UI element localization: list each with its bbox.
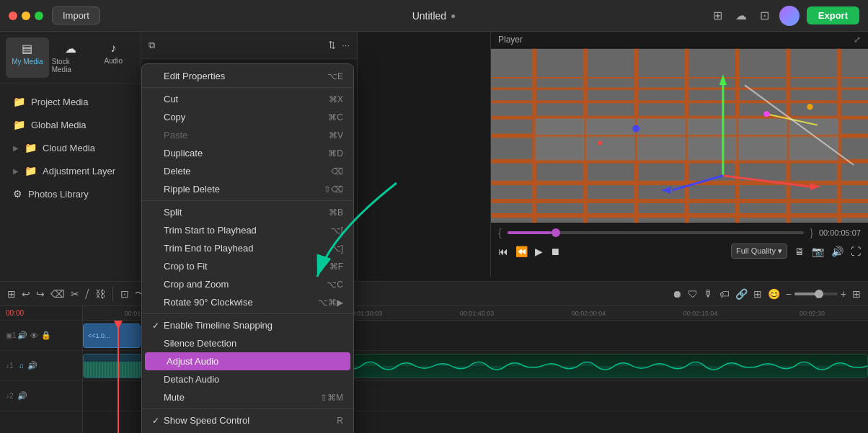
- context-menu-item-trim-start[interactable]: Trim Start to Playhead ⌥[: [142, 221, 353, 239]
- svg-rect-29: [586, 137, 635, 161]
- export-button[interactable]: Export: [807, 6, 859, 24]
- out-point-icon: }: [810, 227, 813, 238]
- zoom-out-icon[interactable]: −: [786, 288, 792, 300]
- timeline-settings-icon[interactable]: ⊞: [852, 288, 861, 300]
- context-menu-item-cut[interactable]: Cut ⌘X: [142, 90, 353, 108]
- maximize-window-button[interactable]: [35, 12, 43, 20]
- stop-icon[interactable]: ⏹: [550, 246, 560, 257]
- scrubber-track[interactable]: [508, 231, 805, 234]
- context-menu-item-crop-fit[interactable]: Crop to Fit ⌘F: [142, 257, 353, 275]
- sidebar-tab-audio[interactable]: ♪ Audio: [92, 37, 135, 78]
- sidebar-tab-my-media[interactable]: ▤ My Media: [6, 37, 49, 78]
- context-menu-item-delete[interactable]: Delete ⌫: [142, 162, 353, 180]
- redo-icon[interactable]: ↪: [36, 288, 45, 300]
- skip-back-icon[interactable]: ⏮: [498, 246, 508, 257]
- track-speaker-icon[interactable]: 🔊: [17, 391, 27, 401]
- add-track-icon[interactable]: ⊞: [7, 288, 16, 300]
- snapshot-icon[interactable]: 📷: [812, 246, 824, 257]
- timeline-right-tools: ⏺ 🛡 🎙 🏷 🔗 ⊞ 😊 − + ⊞: [672, 288, 861, 300]
- sort-icon[interactable]: ⇅: [328, 40, 336, 50]
- traffic-lights: [9, 12, 43, 20]
- volume-icon[interactable]: 🔊: [831, 246, 843, 257]
- cut-tool-icon[interactable]: ✂: [71, 288, 79, 300]
- monitor-icon[interactable]: 🖥: [794, 246, 805, 257]
- minimize-window-button[interactable]: [22, 12, 30, 20]
- mic-icon[interactable]: 🎙: [704, 288, 714, 300]
- zoom-slider[interactable]: [794, 293, 838, 295]
- sidebar-item-project-media[interactable]: 📁 Project Media: [4, 91, 136, 112]
- quality-dropdown[interactable]: Full Quality ▾: [731, 244, 787, 259]
- gear-icon: ⚙: [13, 188, 22, 200]
- connect-tool-icon[interactable]: ⛓: [95, 288, 105, 300]
- track-speaker-icon[interactable]: 🔊: [27, 361, 37, 370]
- clip-label: <<1.0...: [88, 332, 110, 339]
- fullscreen-icon[interactable]: ⛶: [851, 246, 861, 257]
- context-menu-item-adjust-audio[interactable]: Adjust Audio: [145, 352, 350, 370]
- scrubber-thumb[interactable]: [552, 228, 560, 237]
- timeline-tracks: 00:00 ▣1 🔊 👁 🔒 ♪1 ♫ 🔊: [0, 306, 868, 433]
- context-menu-item-crop-zoom[interactable]: Crop and Zoom ⌥C: [142, 275, 353, 293]
- context-menu-item-paste: Paste ⌘V: [142, 126, 353, 144]
- emoji-icon[interactable]: 😊: [768, 288, 780, 300]
- track-number: ▣1: [6, 331, 14, 339]
- grid-tool-icon[interactable]: ⊞: [753, 288, 762, 300]
- undo-icon[interactable]: ↩: [22, 288, 30, 300]
- ruler-mark: 00:02:30: [756, 310, 868, 317]
- sidebar-item-global-media[interactable]: 📁 Global Media: [4, 114, 136, 135]
- play-icon[interactable]: ▶: [535, 246, 543, 257]
- context-menu-item-split[interactable]: Split ⌘B: [142, 203, 353, 221]
- context-menu-item-duplicate[interactable]: Duplicate ⌘D: [142, 144, 353, 162]
- sidebar-item-photos-library[interactable]: ⚙ Photos Library: [4, 183, 136, 205]
- context-menu-item-edit-properties[interactable]: Edit Properties ⌥E: [142, 67, 353, 85]
- split-tool-icon[interactable]: ⧸: [85, 287, 89, 300]
- avatar[interactable]: [779, 6, 800, 26]
- context-menu-item-silence-detection[interactable]: Silence Detection: [142, 334, 353, 352]
- link-icon[interactable]: 🔗: [735, 288, 748, 300]
- track-lock-icon[interactable]: 🔒: [41, 331, 51, 340]
- delete-tool-icon[interactable]: ⌫: [50, 288, 65, 300]
- context-menu-item-enable-snapping[interactable]: ✓ Enable Timeline Snapping: [142, 316, 353, 334]
- shield-icon[interactable]: 🛡: [688, 288, 698, 300]
- record-icon[interactable]: ⏺: [672, 288, 682, 300]
- context-menu-item-copy[interactable]: Copy ⌘C: [142, 108, 353, 126]
- sidebar-tab-stock-media[interactable]: ☁ Stock Media: [49, 37, 92, 78]
- top-bar: Import Untitled ● ⊞ ☁ ⊡ Export: [0, 0, 868, 32]
- zoom-in-icon[interactable]: +: [841, 288, 846, 300]
- player-expand-icon[interactable]: ⤢: [854, 35, 861, 45]
- title-area: Untitled ●: [412, 10, 456, 22]
- ruler-mark: 00:02:15:04: [645, 310, 756, 317]
- snapping-icon[interactable]: ⊡: [120, 288, 129, 300]
- context-menu-item-uniform-speed[interactable]: Uniform Speed: [142, 429, 353, 433]
- context-menu-item-show-speed[interactable]: ✓ Show Speed Control R: [142, 411, 353, 429]
- context-menu-item-mute[interactable]: Mute ⇧⌘M: [142, 388, 353, 406]
- context-menu-item-detach-audio[interactable]: Detach Audio: [142, 370, 353, 388]
- import-button[interactable]: Import: [52, 6, 100, 24]
- audio-clip-1[interactable]: [83, 354, 142, 378]
- track-visibility-icon[interactable]: 👁: [30, 331, 38, 340]
- track-number: ♪1: [6, 362, 14, 370]
- document-title: Untitled: [412, 10, 446, 22]
- playhead[interactable]: [118, 321, 119, 433]
- video-content: [491, 48, 868, 224]
- sidebar-item-label: Project Media: [31, 97, 88, 107]
- context-menu-item-ripple-delete[interactable]: Ripple Delete ⇧⌫: [142, 180, 353, 198]
- filter-icon[interactable]: ⧉: [149, 40, 155, 51]
- sidebar-item-cloud-media[interactable]: ▶ 📁 Cloud Media: [4, 137, 136, 159]
- cloud-icon[interactable]: ☁: [732, 6, 750, 25]
- sidebar-item-adjustment-layer[interactable]: ▶ 📁 Adjustment Layer: [4, 160, 136, 182]
- context-menu-item-trim-end[interactable]: Trim End to Playhead ⌥]: [142, 239, 353, 257]
- close-window-button[interactable]: [9, 12, 17, 20]
- timeline-toolbar: ⊞ ↩ ↪ ⌫ ✂ ⧸ ⛓ ⊡ 〜 ⏺ 🛡 🎙 🏷 🔗 ⊞ 😊: [0, 282, 868, 306]
- track-speaker-icon[interactable]: 🔊: [17, 331, 27, 340]
- context-menu-item-rotate[interactable]: Rotate 90° Clockwise ⌥⌘▶: [142, 293, 353, 311]
- tag-icon[interactable]: 🏷: [719, 288, 730, 300]
- svg-point-45: [598, 141, 602, 146]
- video-clip-1[interactable]: <<1.0...: [83, 323, 141, 348]
- frame-back-icon[interactable]: ⏪: [515, 246, 528, 257]
- more-options-icon[interactable]: ···: [342, 40, 350, 50]
- layout-icon[interactable]: ⊞: [710, 6, 725, 25]
- quality-label: Full Quality: [736, 246, 776, 255]
- grid-icon[interactable]: ⊡: [757, 6, 772, 25]
- folder-icon: 📁: [25, 142, 37, 153]
- player-controls: ⏮ ⏪ ▶ ⏹ Full Quality ▾ 🖥 📷 🔊 ⛶: [491, 241, 868, 261]
